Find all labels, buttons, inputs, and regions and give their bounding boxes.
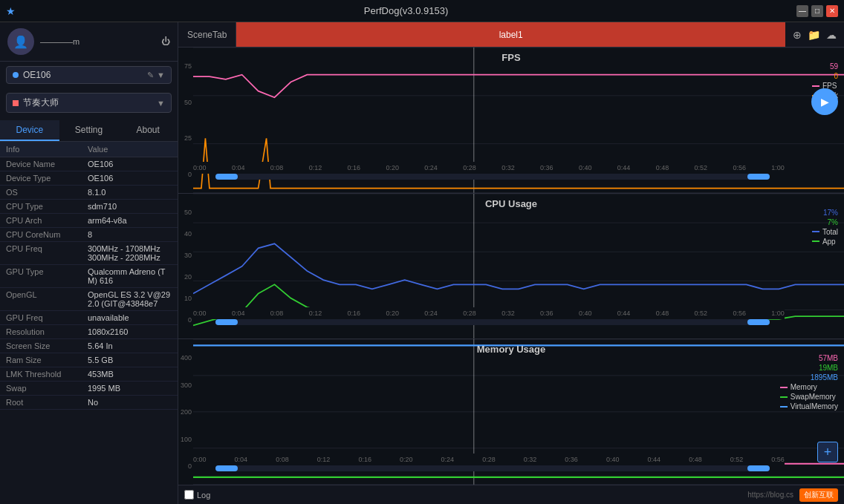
jank-value: 0 (812, 72, 838, 80)
app-label: 节奏大师 (23, 96, 152, 109)
tab-about[interactable]: About (118, 120, 178, 141)
info-row-label: GPU Freq (6, 313, 88, 322)
info-row-value: 1995 MB (88, 384, 172, 393)
memory-legend-item: Memory (780, 383, 838, 391)
info-row: CPU Archarm64-v8a (0, 214, 178, 228)
info-row-label: CPU CoreNum (6, 230, 88, 239)
cpu-app-value: 7% (812, 218, 838, 226)
info-table-header: Info Value (0, 142, 178, 157)
info-row: Resolution1080x2160 (0, 325, 178, 339)
info-row: GPU TypeQualcomm Adreno (TM) 616 (0, 265, 178, 288)
log-checkbox-area[interactable]: Log (184, 490, 210, 500)
tab-bar: Device Setting About (0, 120, 178, 142)
user-name: ————m (40, 37, 79, 46)
fps-time-axis: 0:000:040:080:120:160:200:240:280:320:36… (193, 162, 785, 174)
cloud-icon[interactable]: ☁ (826, 29, 837, 41)
info-row-label: Resolution (6, 327, 88, 336)
tab-setting[interactable]: Setting (59, 120, 119, 141)
info-row-value: 8.1.0 (88, 188, 172, 197)
avatar: 👤 (7, 28, 34, 55)
swap-value: 19MB (780, 364, 838, 372)
edit-icon[interactable]: ✎ (147, 71, 154, 80)
add-chart-button[interactable]: + (817, 442, 838, 462)
bottom-bar: Log https://blog.cs 创新互联 (178, 485, 844, 504)
info-row-value: Qualcomm Adreno (TM) 616 (88, 267, 172, 285)
info-row: CPU Freq300MHz - 1708MHz 300MHz - 2208MH… (0, 242, 178, 265)
active-scene-label[interactable]: label1 (236, 22, 785, 47)
info-row: CPU CoreNum8 (0, 228, 178, 242)
charts-area: ▶ FPS 75 50 25 0 (178, 48, 844, 485)
swap-legend-item: SwapMemory (780, 393, 838, 401)
info-row: LMK Threshold453MB (0, 367, 178, 382)
cpu-total-legend: Total (812, 228, 838, 236)
cpu-scrollbar-thumb-left (215, 319, 238, 325)
cpu-app-legend: App (812, 238, 838, 246)
cpu-scrollbar[interactable] (215, 319, 770, 325)
info-row-label: Device Name (6, 160, 88, 168)
close-button[interactable]: ✕ (826, 5, 838, 17)
log-checkbox[interactable] (184, 490, 194, 500)
play-button[interactable]: ▶ (811, 88, 838, 115)
info-row-label: Ram Size (6, 356, 88, 364)
fps-chart-title: FPS (501, 52, 520, 63)
info-row: OS8.1.0 (0, 186, 178, 200)
info-row-label: GPU Type (6, 267, 88, 276)
memory-value: 57MB (780, 354, 838, 362)
memory-scrollbar-thumb-right (747, 465, 770, 471)
info-row-value: unavailable (88, 313, 172, 322)
info-row-label: Swap (6, 384, 88, 393)
scene-tab-bar: SceneTab label1 ⊕ 📁 ☁ (178, 22, 844, 48)
device-label: OE106 (23, 70, 143, 80)
info-row-value: 8 (88, 230, 172, 239)
device-selector-icons: ✎ ▼ (147, 71, 165, 80)
info-row-label: Device Type (6, 174, 88, 183)
tab-device[interactable]: Device (0, 120, 59, 141)
fps-y-label: 75 50 25 0 (178, 48, 193, 193)
maximize-button[interactable]: □ (811, 5, 823, 17)
power-icon[interactable]: ⏻ (161, 36, 170, 47)
fps-chart: FPS 75 50 25 0 (178, 48, 844, 194)
info-row-value: OE106 (88, 160, 172, 168)
app-icon-dot (13, 100, 19, 106)
info-row: OpenGLOpenGL ES 3.2 V@292.0 (GIT@43848e7 (0, 288, 178, 311)
cpu-legend: 17% 7% Total App (812, 209, 838, 246)
fps-value: 59 (812, 62, 838, 71)
memory-chart: Memory Usage 400 300 200 100 0 (178, 339, 844, 485)
app-selector[interactable]: 节奏大师 ▼ (6, 93, 172, 113)
info-row-value: 1080x2160 (88, 327, 172, 336)
info-row-value: arm64-v8a (88, 216, 172, 225)
scene-tab[interactable]: SceneTab (178, 22, 236, 47)
log-label: Log (197, 491, 210, 500)
memory-time-axis: 0:000:040:080:120:160:200:240:280:320:36… (193, 454, 785, 465)
info-row-label: LMK Threshold (6, 370, 88, 379)
fps-scrollbar[interactable] (215, 174, 770, 180)
memory-chart-title: Memory Usage (477, 344, 545, 355)
info-row-label: Root (6, 398, 88, 407)
info-row: RootNo (0, 396, 178, 410)
minimize-button[interactable]: — (796, 5, 808, 17)
info-row-value: 5.64 In (88, 341, 172, 350)
info-row-value: 300MHz - 1708MHz 300MHz - 2208MHz (88, 244, 172, 262)
fps-scrollbar-thumb-right (747, 174, 770, 180)
info-row-value: OE106 (88, 174, 172, 183)
info-row: Device TypeOE106 (0, 171, 178, 186)
memory-scrollbar-thumb-left (215, 465, 238, 471)
main-layout: 👤 ————m ⏻ OE106 ✎ ▼ 节奏大师 ▼ Device (0, 22, 844, 504)
device-selector[interactable]: OE106 ✎ ▼ (6, 66, 172, 84)
scene-right-icons: ⊕ 📁 ☁ (785, 29, 844, 41)
info-rows-container: Device NameOE106Device TypeOE106OS8.1.0C… (0, 157, 178, 410)
chevron-down-icon[interactable]: ▼ (157, 71, 165, 80)
folder-icon[interactable]: 📁 (808, 29, 820, 41)
info-row: Screen Size5.64 In (0, 339, 178, 353)
target-icon[interactable]: ⊕ (793, 29, 802, 41)
left-panel: 👤 ————m ⏻ OE106 ✎ ▼ 节奏大师 ▼ Device (0, 22, 178, 504)
virtual-legend-item: VirtualMemory (780, 402, 838, 410)
info-row: Swap1995 MB (0, 382, 178, 396)
memory-scrollbar[interactable] (215, 465, 770, 471)
memory-legend: 57MB 19MB 1895MB Memory SwapMemory Virtu… (780, 354, 838, 410)
cpu-scrollbar-thumb-right (747, 319, 770, 325)
info-row-value: OpenGL ES 3.2 V@292.0 (GIT@43848e7 (88, 290, 172, 308)
app-chevron-down-icon[interactable]: ▼ (157, 99, 165, 108)
memory-y-label: 400 300 200 100 0 (178, 339, 193, 485)
app-icon: ★ (6, 5, 16, 17)
